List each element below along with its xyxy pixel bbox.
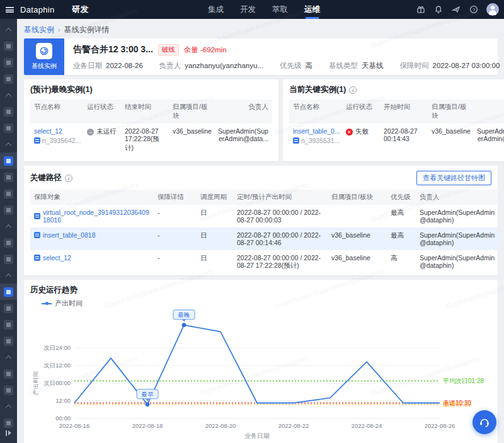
baseline-icon: [36, 43, 52, 59]
critical-path-title: 关键路径: [30, 173, 62, 183]
col-owner: 负责人: [416, 190, 498, 205]
sidebar-group-chevron-icon[interactable]: [0, 349, 17, 365]
meta-label-priority: 优先级: [280, 62, 302, 69]
chevron-up-icon: [6, 27, 12, 33]
cycle-value: 日: [197, 250, 233, 274]
sidebar-group-chevron-icon[interactable]: [0, 87, 17, 103]
col-owner: 负责人: [214, 100, 272, 124]
project-value: v36_baseline: [169, 124, 214, 156]
critical-path-section: 关键路径i 查看关键路径甘特图 保障对象 保障详情 调度周期 定时/预计产出时间…: [24, 166, 498, 275]
menu-item-operations[interactable]: 运维: [304, 0, 320, 19]
owner-value: SuperAdmin(SuperAdmin @dataphin): [416, 205, 498, 227]
col-node-name: 节点名称: [30, 100, 83, 124]
table-row: select_12 n_3935642...: [30, 124, 83, 156]
col-run-status: 运行状态: [342, 100, 380, 124]
sidebar-group-chevron-icon[interactable]: [0, 21, 17, 38]
gift-icon[interactable]: [416, 5, 425, 14]
menu-item-integration[interactable]: 集成: [208, 0, 224, 19]
module-icon: [4, 337, 13, 346]
message-icon[interactable]: [451, 5, 461, 14]
col-schedule-cycle: 调度周期: [197, 190, 233, 205]
view-gantt-button[interactable]: 查看关键路径甘特图: [416, 171, 491, 185]
sidebar-expand-toggle[interactable]: [0, 427, 17, 439]
time-value: 2022-08-27 00:00:00 / 2022-08-27 00:00:0…: [233, 205, 328, 227]
info-icon[interactable]: i: [349, 86, 357, 94]
chevron-up-icon: [6, 355, 12, 361]
menu-item-extract[interactable]: 萃取: [272, 0, 288, 19]
sidebar-item-17[interactable]: [0, 284, 17, 300]
col-node-name: 节点名称: [289, 100, 342, 124]
sidebar-group-chevron-icon[interactable]: [0, 136, 17, 152]
sidebar-group-chevron-icon[interactable]: [0, 267, 17, 284]
col-project: 归属项目/板块: [428, 100, 473, 124]
node-type-icon: [34, 137, 40, 144]
breadcrumb-baseline-instances[interactable]: 基线实例: [24, 25, 54, 35]
brand-logo[interactable]: Dataphin: [20, 5, 54, 14]
trend-title: 历史运行趋势: [30, 285, 491, 296]
baseline-badge-label: 基线实例: [32, 62, 57, 71]
sidebar-group-chevron-icon[interactable]: [0, 218, 17, 234]
legend-label: 产出时间: [55, 299, 83, 308]
chevron-up-icon: [6, 224, 12, 230]
sidebar-item-22[interactable]: [0, 365, 17, 382]
bell-icon[interactable]: [433, 5, 443, 14]
node-link[interactable]: select_12: [43, 254, 71, 262]
sidebar-item-7[interactable]: [0, 120, 17, 136]
col-guarantee-object: 保障对象: [30, 190, 154, 205]
svg-text:?: ?: [472, 7, 474, 13]
trend-line-chart[interactable]: 00:0012:00次日00:00次日12:00次日24:00产出时间2022-…: [30, 308, 492, 442]
info-icon[interactable]: i: [65, 175, 72, 182]
svg-text:次日12:00: 次日12:00: [43, 362, 71, 369]
sidebar-item-2[interactable]: [0, 38, 17, 54]
node-link[interactable]: insert_table_0...: [293, 127, 338, 135]
breadcrumb-current: 基线实例详情: [64, 25, 110, 35]
customer-service-button[interactable]: [472, 410, 496, 434]
table-row: insert_table_0818: [30, 227, 154, 250]
node-link[interactable]: virtual_root_node_3914931203640918016: [43, 209, 150, 224]
sidebar-group-chevron-icon[interactable]: [0, 398, 17, 415]
module-icon: [4, 287, 13, 297]
user-avatar[interactable]: [486, 3, 499, 16]
svg-text:次日24:00: 次日24:00: [43, 344, 71, 351]
meta-value-owner: yanzhanyu(yanzhanyu...: [185, 62, 263, 69]
owner-value: SuperAdmin(SuperAdmin @dataphin): [416, 250, 498, 274]
sidebar-item-3[interactable]: [0, 54, 17, 71]
sidebar-item-9[interactable]: [0, 152, 17, 169]
current-critical-title: 当前关键实例(1): [289, 84, 346, 95]
module-icon: [4, 255, 13, 264]
node-link[interactable]: insert_table_0818: [43, 231, 95, 239]
sidebar-item-20[interactable]: [0, 333, 17, 349]
status-text: 失败: [355, 127, 369, 136]
sidebar-item-23[interactable]: [0, 382, 17, 398]
sidebar-item-14[interactable]: [0, 234, 17, 251]
node-link[interactable]: select_12: [34, 127, 79, 135]
baseline-header-card: 基线实例 告警合并12 3:00 3... 破线 余量 -692min 查看基线…: [24, 38, 498, 75]
node-type-icon: [34, 213, 40, 219]
chevron-up-icon: [6, 93, 12, 99]
svg-text:最晚: 最晚: [178, 311, 190, 318]
sidebar-item-18[interactable]: [0, 300, 17, 316]
topbar-icons: ?: [416, 0, 499, 19]
module-icon: [4, 58, 13, 67]
sidebar-item-19[interactable]: [0, 316, 17, 333]
top-menu: 集成 开发 萃取 运维: [208, 0, 320, 19]
product-name[interactable]: 研发: [72, 4, 88, 15]
hamburger-menu-icon[interactable]: [6, 7, 14, 13]
meta-value-guarantee-time: 2022-08-27 03:00:00: [433, 62, 500, 69]
start-time-value: 2022-08-27 00:14:43: [380, 124, 428, 148]
svg-text:2022-08-22: 2022-08-22: [278, 422, 309, 429]
sidebar-item-12[interactable]: [0, 202, 17, 218]
sidebar-item-6[interactable]: [0, 103, 17, 120]
svg-text:2022-08-24: 2022-08-24: [352, 422, 382, 429]
sidebar-item-4[interactable]: [0, 71, 17, 87]
chart-legend[interactable]: 产出时间: [42, 299, 491, 308]
sidebar-item-10[interactable]: [0, 169, 17, 185]
menu-item-develop[interactable]: 开发: [240, 0, 256, 19]
help-icon[interactable]: ?: [469, 5, 478, 14]
sidebar-item-11[interactable]: [0, 185, 17, 202]
sidebar-item-15[interactable]: [0, 251, 17, 267]
col-start-time: 开始时间: [380, 100, 428, 124]
not-run-status-icon: [87, 129, 94, 135]
meta-value-bizdate: 2022-08-26: [106, 62, 143, 69]
module-icon: [4, 173, 13, 182]
